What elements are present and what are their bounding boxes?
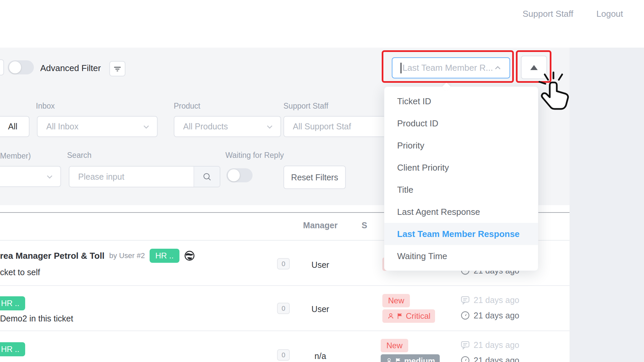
priority-badge: medium — [381, 354, 440, 362]
flag-icon — [396, 312, 404, 320]
member-select[interactable] — [0, 166, 61, 187]
team-badge: HR .. — [0, 342, 25, 356]
globe-icon — [184, 250, 195, 261]
sort-field-value: Last Team Member R... — [402, 63, 493, 73]
topbar: Support Staff Logout — [0, 0, 644, 48]
support-staff-link[interactable]: Support Staff — [523, 9, 573, 19]
menu-item-last-agent-response[interactable]: Last Agent Response — [384, 201, 538, 223]
person-icon — [385, 357, 393, 362]
status-badge: New — [381, 339, 408, 352]
ticket-subtitle: cket to self — [0, 267, 40, 277]
status-header: S — [362, 221, 367, 230]
chevron-up-icon — [493, 63, 502, 73]
support-staff-select-value: All Support Staf — [293, 122, 351, 131]
manager-header: Manager — [292, 221, 349, 230]
menu-item-waiting-time[interactable]: Waiting Time — [384, 245, 538, 267]
ticket-author: by User #2 — [109, 251, 145, 260]
ticket-subtitle: Demo2 in this ticket — [0, 314, 73, 323]
waiting-for-reply-toggle[interactable] — [226, 168, 253, 182]
ticket-row[interactable]: HR .. Demo2 in this ticket 0 User New Cr… — [0, 286, 570, 330]
sort-field-select[interactable]: Last Team Member R... — [392, 57, 510, 78]
person-icon — [387, 312, 394, 320]
status-badge: New — [382, 294, 410, 307]
advanced-filter-toggle[interactable] — [8, 60, 34, 74]
count-value: 0 — [281, 351, 285, 359]
ticket-row[interactable]: HR .. 0 n/a New medium 21 days ago 21 da… — [0, 331, 570, 362]
advanced-filter-label: Advanced Filter — [40, 63, 101, 73]
time-text: 21 days ago — [474, 340, 519, 350]
toggle-knob — [228, 169, 240, 181]
search-input-group — [69, 166, 220, 187]
team-badge: HR .. — [150, 249, 179, 263]
last-team-response-line: 21 days ago — [460, 355, 519, 362]
menu-item-priority[interactable]: Priority — [384, 134, 538, 157]
ticket-title[interactable]: rea Manager Petrol & Toll — [0, 251, 105, 261]
count-value: 0 — [281, 305, 285, 312]
time-text: 21 days ago — [474, 295, 519, 305]
inbox-label: Inbox — [36, 102, 55, 111]
logout-link[interactable]: Logout — [596, 9, 623, 19]
menu-item-title[interactable]: Title — [384, 179, 538, 201]
ticket-title-line: rea Manager Petrol & Toll by User #2 HR … — [0, 249, 195, 263]
count-value: 0 — [281, 260, 285, 268]
inbox-select-value: All Inbox — [46, 122, 78, 131]
time-text: 21 days ago — [474, 356, 519, 362]
last-agent-response-line: 21 days ago — [460, 340, 519, 350]
product-select-value: All Products — [183, 122, 228, 131]
time-text: 21 days ago — [474, 311, 519, 320]
waiting-for-reply-label: Waiting for Reply — [225, 151, 284, 160]
inbox-select[interactable]: All Inbox — [37, 116, 158, 137]
search-icon — [202, 172, 212, 182]
reset-filters-button[interactable]: Reset Filters — [283, 166, 346, 189]
menu-item-product-id[interactable]: Product ID — [384, 112, 538, 134]
priority-text: Critical — [406, 311, 430, 321]
text-cursor — [400, 63, 401, 73]
flag-icon — [395, 357, 402, 362]
search-label: Search — [67, 151, 92, 160]
manager-cell: n/a — [292, 351, 349, 361]
sort-field-dropdown: Ticket ID Product ID Priority Client Pri… — [384, 86, 538, 271]
menu-item-ticket-id[interactable]: Ticket ID — [384, 90, 538, 112]
cutoff-box-left — [0, 59, 4, 75]
last-team-response-line: 21 days ago — [460, 310, 519, 320]
team-badge: HR .. — [0, 296, 25, 310]
triangle-up-icon — [530, 65, 538, 70]
chat-icon — [460, 295, 470, 305]
filter-icon — [113, 64, 122, 73]
search-input[interactable] — [69, 167, 194, 187]
search-button[interactable] — [194, 167, 220, 187]
manager-cell: User — [292, 260, 349, 270]
count-badge: 0 — [277, 303, 290, 314]
support-staff-label: Support Staff — [283, 102, 328, 111]
priority-text: medium — [404, 356, 435, 362]
count-badge: 0 — [277, 349, 290, 361]
chevron-down-icon — [265, 122, 274, 131]
chat-icon — [460, 340, 470, 350]
product-label: Product — [174, 102, 200, 111]
last-agent-response-line: 21 days ago — [460, 295, 519, 305]
priority-badge: Critical — [382, 309, 435, 323]
product-select[interactable]: All Products — [174, 116, 281, 137]
filter-icon-button[interactable] — [109, 61, 125, 76]
count-badge: 0 — [277, 258, 290, 269]
all-filter-button[interactable]: All — [0, 116, 30, 137]
toggle-knob — [9, 61, 21, 73]
clock-icon — [460, 310, 470, 320]
click-cursor-icon — [535, 71, 569, 111]
clock-icon — [460, 355, 470, 362]
member-label: Member) — [0, 152, 31, 161]
menu-item-client-priority[interactable]: Client Priority — [384, 157, 538, 179]
manager-cell: User — [292, 304, 349, 314]
chevron-down-icon — [142, 122, 151, 131]
chevron-down-icon — [45, 172, 54, 181]
menu-item-last-team-member-response[interactable]: Last Team Member Response — [384, 223, 538, 245]
